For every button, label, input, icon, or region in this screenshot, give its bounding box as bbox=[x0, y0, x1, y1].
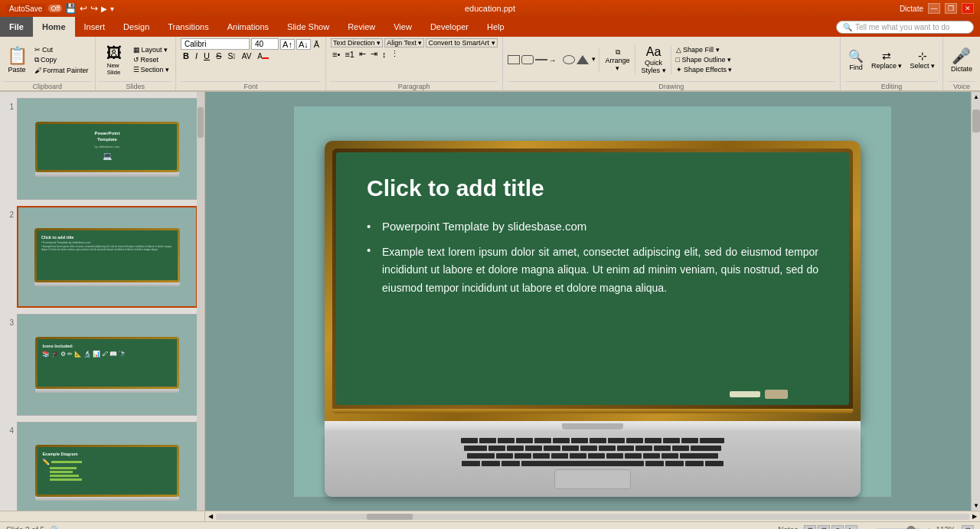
quick-access-present[interactable]: ▶ bbox=[101, 5, 107, 13]
restore-button[interactable]: ❐ bbox=[945, 3, 957, 14]
scroll-thumb-v[interactable] bbox=[972, 109, 980, 132]
dictate-button[interactable]: 🎤 Dictate bbox=[948, 47, 975, 73]
text-shadow-button[interactable]: S⃞ bbox=[225, 52, 237, 60]
slide-panel-scrollbar[interactable] bbox=[197, 92, 204, 511]
shape-outline-button[interactable]: □ Shape Outline ▾ bbox=[675, 55, 734, 64]
shape-triangle[interactable] bbox=[577, 55, 589, 64]
tab-review[interactable]: Review bbox=[338, 17, 384, 37]
zoom-thumb[interactable] bbox=[906, 526, 916, 530]
columns-button[interactable]: ⋮ bbox=[389, 49, 400, 59]
italic-button[interactable]: I bbox=[193, 51, 200, 60]
chalkboard[interactable]: Click to add title • Powerpoint Template… bbox=[336, 152, 849, 405]
select-button[interactable]: ⊹ Select ▾ bbox=[906, 50, 938, 70]
slide-sorter-button[interactable]: ⊟ bbox=[818, 525, 830, 530]
line-spacing-button[interactable]: ↕ bbox=[381, 50, 388, 59]
slide-thumbnail-2[interactable]: Click to add title • Powerpoint Template… bbox=[17, 206, 198, 308]
decrease-indent-button[interactable]: ⇤ bbox=[358, 49, 368, 59]
quick-access-undo[interactable]: ↩ bbox=[80, 3, 87, 14]
tab-animations[interactable]: Animations bbox=[218, 17, 278, 37]
more-shapes[interactable]: ▾ bbox=[590, 55, 597, 64]
shape-rect[interactable] bbox=[508, 55, 520, 64]
quick-styles-button[interactable]: Aa Quick Styles ▾ bbox=[639, 45, 669, 74]
scroll-left-arrow[interactable]: ◀ bbox=[208, 513, 213, 520]
slide-panel[interactable]: 1 PowerPointTemplate by slidesbase.com 💻 bbox=[0, 92, 205, 511]
char-spacing-button[interactable]: AV bbox=[240, 52, 254, 60]
scroll-right-arrow[interactable]: ▶ bbox=[972, 513, 977, 520]
touchpad[interactable] bbox=[554, 469, 631, 489]
shape-effects-button[interactable]: ✦ Shape Effects ▾ bbox=[675, 65, 734, 74]
decrease-font-button[interactable]: A↓ bbox=[296, 39, 311, 50]
copy-button[interactable]: ⧉ Copy bbox=[31, 55, 92, 65]
underline-button[interactable]: U bbox=[201, 51, 212, 60]
font-color-button[interactable]: A bbox=[255, 52, 271, 60]
slide-title[interactable]: Click to add title bbox=[367, 175, 818, 201]
scrollbar-thumb[interactable] bbox=[198, 107, 204, 138]
slide-thumbnail-4[interactable]: Example Diagram ✏️ bbox=[17, 422, 198, 511]
canvas-area[interactable]: Click to add title • Powerpoint Template… bbox=[205, 92, 980, 511]
normal-view-button[interactable]: ⊞ bbox=[804, 525, 816, 530]
convert-smartart-button[interactable]: Convert to SmartArt ▾ bbox=[426, 38, 497, 47]
fit-to-window-button[interactable]: ⊡ bbox=[962, 525, 974, 530]
h-scroll-track[interactable] bbox=[216, 514, 969, 520]
tab-insert[interactable]: Insert bbox=[75, 17, 115, 37]
slide-thumb-1[interactable]: 1 PowerPointTemplate by slidesbase.com 💻 bbox=[0, 95, 204, 203]
tab-slideshow[interactable]: Slide Show bbox=[278, 17, 338, 37]
new-slide-button[interactable]: 🖼 NewSlide bbox=[99, 43, 129, 77]
shape-oval[interactable] bbox=[563, 55, 575, 64]
tab-design[interactable]: Design bbox=[114, 17, 158, 37]
tab-file[interactable]: File bbox=[0, 17, 33, 37]
zoom-level[interactable]: 112% bbox=[936, 526, 956, 529]
search-input-bar[interactable]: 🔍 Tell me what you want to do bbox=[836, 21, 974, 34]
align-text-button[interactable]: Align Text ▾ bbox=[384, 38, 424, 47]
clear-format-button[interactable]: Ā bbox=[312, 40, 321, 49]
strikethrough-button[interactable]: S bbox=[214, 51, 224, 60]
tab-help[interactable]: Help bbox=[478, 17, 514, 37]
slide-thumbnail-3[interactable]: Icons Included: 📚 🎓 ⚙ ✏ 📐 🔬 📊 🖊 bbox=[17, 314, 198, 416]
font-name-dropdown[interactable]: Calibri bbox=[181, 38, 250, 50]
quick-access-redo[interactable]: ↪ bbox=[90, 3, 98, 14]
customize-qa[interactable]: ▾ bbox=[110, 5, 114, 13]
minimize-button[interactable]: — bbox=[928, 3, 940, 14]
bold-button[interactable]: B bbox=[181, 51, 191, 60]
main-slide[interactable]: Click to add title • Powerpoint Template… bbox=[294, 106, 891, 497]
autosave-toggle[interactable]: Off bbox=[48, 5, 62, 12]
tab-view[interactable]: View bbox=[384, 17, 421, 37]
increase-font-button[interactable]: A↑ bbox=[280, 39, 295, 50]
horizontal-scrollbar[interactable]: ◀ ▶ bbox=[205, 513, 980, 520]
h-scroll-thumb[interactable] bbox=[367, 514, 413, 520]
zoom-in-button[interactable]: + bbox=[923, 525, 934, 530]
tab-home[interactable]: Home bbox=[33, 17, 75, 37]
reading-view-button[interactable]: ≡ bbox=[831, 525, 844, 530]
find-button[interactable]: 🔍 Find bbox=[845, 49, 867, 71]
scroll-down-arrow[interactable]: ▼ bbox=[972, 501, 980, 511]
scroll-up-arrow[interactable]: ▲ bbox=[972, 92, 980, 102]
reset-button[interactable]: ↺ Reset bbox=[130, 55, 173, 64]
paste-button[interactable]: 📋 Paste bbox=[3, 44, 31, 75]
section-button[interactable]: ☰ Section ▾ bbox=[130, 65, 173, 74]
increase-indent-button[interactable]: ⇥ bbox=[369, 49, 379, 59]
tab-transitions[interactable]: Transitions bbox=[158, 17, 217, 37]
font-size-dropdown[interactable]: 40 bbox=[251, 38, 279, 50]
slide-thumb-2[interactable]: 2 Click to add title • Powerpoint Templa… bbox=[0, 203, 204, 311]
slideshow-button[interactable]: ▶ bbox=[845, 525, 858, 530]
text-direction-button[interactable]: Text Direction ▾ bbox=[331, 38, 383, 47]
share-button[interactable]: Dictate bbox=[900, 5, 923, 13]
tab-developer[interactable]: Developer bbox=[421, 17, 478, 37]
replace-button[interactable]: ⇄ Replace ▾ bbox=[868, 50, 906, 70]
layout-button[interactable]: ▦ Layout ▾ bbox=[130, 45, 173, 54]
slide-thumb-4[interactable]: 4 Example Diagram ✏️ bbox=[0, 419, 204, 511]
quick-access-save[interactable]: 💾 bbox=[65, 3, 77, 14]
cut-button[interactable]: ✂ Cut bbox=[31, 45, 92, 54]
slide-thumbnail-1[interactable]: PowerPointTemplate by slidesbase.com 💻 bbox=[17, 98, 198, 200]
format-painter-button[interactable]: 🖌 Format Painter bbox=[31, 66, 92, 75]
shape-line[interactable] bbox=[535, 55, 547, 64]
shape-rounded-rect[interactable] bbox=[521, 55, 534, 64]
canvas-scrollbar-v[interactable]: ▲ ▼ bbox=[971, 92, 980, 511]
shape-arrow[interactable]: → bbox=[549, 55, 561, 64]
arrange-button[interactable]: ⧉ Arrange ▾ bbox=[603, 48, 633, 72]
bullets-button[interactable]: ≡• bbox=[331, 50, 341, 59]
zoom-out-button[interactable]: − bbox=[864, 525, 874, 530]
slide-thumb-3[interactable]: 3 Icons Included: 📚 🎓 ⚙ ✏ bbox=[0, 311, 204, 419]
close-button[interactable]: ✕ bbox=[962, 3, 974, 14]
shape-fill-button[interactable]: △ Shape Fill ▾ bbox=[675, 45, 734, 54]
